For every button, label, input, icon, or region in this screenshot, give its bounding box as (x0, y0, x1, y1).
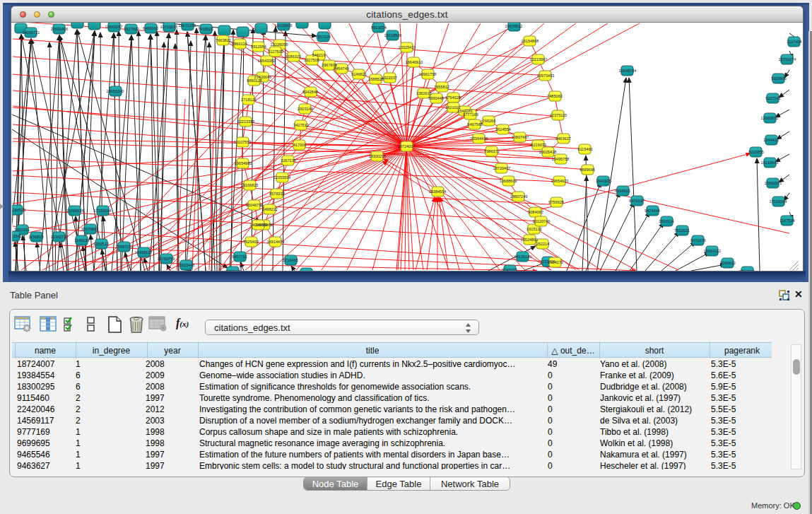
svg-text:8813054: 8813054 (371, 25, 387, 30)
svg-text:1244415: 1244415 (763, 138, 779, 142)
svg-text:12093872: 12093872 (761, 116, 779, 120)
svg-text:20876812: 20876812 (505, 24, 523, 28)
svg-text:12923448: 12923448 (177, 263, 195, 267)
svg-text:10958127: 10958127 (135, 250, 153, 255)
svg-text:1362615: 1362615 (416, 91, 432, 95)
svg-text:9329966: 9329966 (771, 76, 787, 81)
svg-text:3427512: 3427512 (293, 123, 309, 127)
svg-text:9457791: 9457791 (232, 255, 247, 259)
svg-text:10719155: 10719155 (160, 25, 178, 29)
svg-text:1145134: 1145134 (74, 238, 89, 243)
svg-text:12375115: 12375115 (550, 113, 567, 117)
svg-text:417006: 417006 (293, 143, 307, 147)
svg-text:9146821: 9146821 (351, 72, 367, 76)
svg-text:3913541: 3913541 (12, 234, 22, 238)
svg-text:9355122: 9355122 (225, 269, 241, 271)
svg-text:1167534: 1167534 (779, 218, 794, 223)
svg-text:16154808: 16154808 (522, 39, 539, 43)
svg-text:10688609: 10688609 (500, 179, 517, 183)
svg-text:1322037: 1322037 (382, 76, 397, 80)
svg-text:8990448: 8990448 (428, 96, 444, 100)
svg-text:10025438: 10025438 (539, 150, 557, 154)
svg-text:12342737: 12342737 (51, 235, 69, 239)
svg-text:12213967: 12213967 (530, 57, 548, 62)
svg-text:10653287: 10653287 (105, 25, 123, 29)
svg-text:30975867: 30975867 (81, 227, 99, 231)
svg-text:3267130: 3267130 (281, 158, 296, 163)
svg-text:9127509: 9127509 (268, 49, 283, 54)
svg-text:12353594: 12353594 (273, 175, 291, 180)
svg-text:19654985: 19654985 (235, 161, 252, 165)
svg-text:16782759: 16782759 (158, 257, 175, 261)
svg-text:9245612: 9245612 (720, 261, 736, 265)
svg-text:7986372: 7986372 (484, 149, 500, 153)
svg-text:5716465: 5716465 (283, 258, 298, 262)
svg-text:10107553: 10107553 (234, 140, 252, 144)
svg-text:19218506: 19218506 (384, 33, 402, 37)
svg-text:20364436: 20364436 (471, 136, 488, 141)
svg-text:18724007: 18724007 (398, 144, 416, 148)
svg-text:19166825: 19166825 (241, 183, 259, 187)
svg-text:16640910: 16640910 (406, 60, 423, 64)
svg-text:16671355: 16671355 (179, 23, 196, 28)
svg-text:252214: 252214 (536, 242, 550, 246)
svg-text:6794028: 6794028 (445, 95, 461, 100)
svg-text:9245033: 9245033 (502, 268, 517, 271)
svg-text:10654112: 10654112 (704, 249, 721, 253)
svg-text:10973493: 10973493 (537, 74, 555, 78)
svg-text:16961758: 16961758 (419, 72, 437, 76)
svg-text:7663822: 7663822 (216, 38, 231, 42)
svg-text:8471676: 8471676 (690, 238, 706, 243)
svg-text:8860124: 8860124 (232, 42, 247, 46)
svg-text:13226058: 13226058 (271, 42, 288, 47)
svg-text:746266: 746266 (483, 119, 496, 123)
svg-text:1250513: 1250513 (93, 242, 109, 246)
svg-text:6497568: 6497568 (467, 122, 483, 127)
svg-text:18807249: 18807249 (510, 194, 528, 199)
svg-text:15751074: 15751074 (779, 57, 796, 62)
svg-text:8186323: 8186323 (286, 54, 301, 59)
svg-text:1334276: 1334276 (548, 260, 563, 264)
svg-text:9242848: 9242848 (302, 90, 318, 94)
svg-text:3498222: 3498222 (262, 207, 278, 211)
svg-text:1588520: 1588520 (368, 77, 384, 81)
svg-text:2903144: 2903144 (298, 107, 313, 111)
svg-text:8938913: 8938913 (615, 189, 630, 193)
svg-text:29053340: 29053340 (107, 89, 124, 93)
svg-text:3624554: 3624554 (495, 127, 511, 132)
svg-text:12213383: 12213383 (237, 119, 255, 124)
svg-text:7515526: 7515526 (198, 27, 213, 31)
svg-text:6216033: 6216033 (531, 143, 546, 147)
svg-text:7625402: 7625402 (243, 240, 259, 244)
svg-text:9756928: 9756928 (548, 200, 564, 204)
svg-text:10648784: 10648784 (619, 69, 637, 73)
svg-text:19654923: 19654923 (551, 179, 569, 183)
svg-text:2967608: 2967608 (322, 63, 337, 67)
svg-text:7485063: 7485063 (547, 94, 563, 98)
svg-text:15692971: 15692971 (765, 181, 782, 185)
svg-text:16210643: 16210643 (761, 160, 779, 165)
svg-text:9777169: 9777169 (463, 112, 478, 117)
svg-text:16046796: 16046796 (246, 203, 264, 207)
svg-text:7655812: 7655812 (434, 85, 449, 89)
svg-text:1640935: 1640935 (596, 179, 611, 183)
svg-text:26266526: 26266526 (12, 208, 25, 212)
svg-text:18720407: 18720407 (493, 166, 511, 170)
svg-text:19384554: 19384554 (429, 189, 447, 194)
svg-text:10120746: 10120746 (533, 219, 551, 223)
svg-text:6479197: 6479197 (629, 199, 645, 203)
svg-text:9474444: 9474444 (645, 209, 660, 213)
svg-text:17016504: 17016504 (770, 199, 787, 204)
svg-text:14136141: 14136141 (514, 255, 532, 259)
svg-text:546219: 546219 (312, 53, 326, 57)
svg-text:16543382: 16543382 (258, 59, 276, 63)
svg-text:16914479: 16914479 (267, 240, 285, 244)
svg-text:9890125: 9890125 (247, 78, 262, 83)
svg-text:1156829: 1156829 (28, 235, 43, 239)
svg-text:8524501: 8524501 (739, 269, 755, 271)
svg-text:13325419: 13325419 (399, 45, 416, 49)
svg-text:6466160: 6466160 (143, 26, 158, 30)
svg-text:14055721: 14055721 (23, 30, 40, 35)
svg-text:13495758: 13495758 (552, 157, 570, 161)
svg-text:20691406: 20691406 (51, 27, 69, 31)
